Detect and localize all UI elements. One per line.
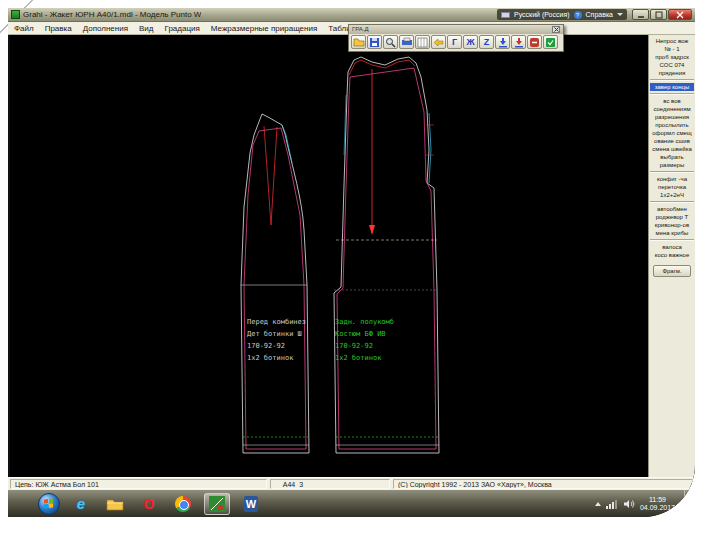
panel-line[interactable]: Непрос вож [650,37,694,45]
chevron-down-icon[interactable] [617,13,623,16]
language-bar[interactable]: Русский (Россия) ? Справка [497,9,627,20]
letter-g-icon: Г [452,38,457,47]
floating-toolbar-icons: Г Ж Z [349,34,563,51]
floating-toolbar[interactable]: ГРА.Д Г Ж Z [348,24,564,52]
clock-date: 04.09.2017 [640,504,675,512]
floating-toolbar-caption: ГРА.Д [352,25,369,34]
gracia-app-icon [209,496,225,512]
panel-line[interactable]: конфиг -ча [650,175,694,183]
taskbar-opera[interactable]: O [136,493,162,515]
maximize-button[interactable] [650,9,667,20]
app-icon [11,10,20,19]
speaker-icon[interactable] [623,499,635,509]
panel-line[interactable]: разрешения [650,113,694,121]
table-button[interactable] [415,35,430,49]
taskbar-internet-explorer[interactable]: e [68,493,94,515]
show-desktop-button[interactable] [684,490,691,517]
plotter-icon [401,37,413,47]
clock-time: 11:59 [640,496,675,504]
panel-line[interactable]: роджевор Т [650,213,694,221]
back-button[interactable] [431,35,446,49]
panel-line-selected[interactable]: завер концы [650,83,694,91]
minimize-icon [637,11,645,19]
apply-button[interactable] [543,35,558,49]
menu-intersize-increments[interactable]: Межразмерные приращения [211,24,318,33]
panel-line[interactable]: СОС 074 [650,61,694,69]
panel-line[interactable]: мена крибы [650,229,694,237]
windows-logo-icon [44,498,54,509]
delete-button[interactable] [527,35,542,49]
fragment-button[interactable]: Фрагм. [653,265,691,277]
panel-line[interactable]: оформл смещ [650,129,694,137]
menu-grading[interactable]: Градация [165,24,200,33]
panel-line[interactable]: 1х2+2нЧ [650,191,694,199]
maximize-icon [655,11,663,19]
taskbar-clock[interactable]: 11:59 04.09.2017 [640,496,675,512]
floating-toolbar-titlebar[interactable]: ГРА.Д [349,25,563,34]
panel-line[interactable]: кривонор-ов [650,221,694,229]
system-tray: 11:59 04.09.2017 [595,490,695,517]
left-label-line1: Перед комбинез [247,316,306,328]
grading-z-button[interactable]: Z [479,35,494,49]
import-red-button[interactable] [511,35,526,49]
panel-line[interactable]: смена швейка [650,145,694,153]
panel-separator [650,93,694,95]
start-button[interactable] [38,493,60,515]
windows-taskbar: e O W 11:59 04.09.2017 [8,490,695,517]
panel-line[interactable]: соединениям [650,105,694,113]
panel-line[interactable]: вс вов [650,97,694,105]
panel-line[interactable]: ование сшив [650,137,694,145]
close-button[interactable] [668,9,692,20]
panel-line[interactable]: проб задрск [650,53,694,61]
taskbar-word[interactable]: W [238,493,264,515]
panel-line[interactable]: переточка [650,183,694,191]
table-icon [417,37,428,48]
panel-line[interactable]: выбрать [650,153,694,161]
hidden-icons-chevron-icon[interactable] [595,502,601,506]
opera-icon: O [144,496,155,512]
close-icon [554,27,559,32]
taskbar-explorer[interactable] [102,493,128,515]
right-side-panel: Непрос вож № - 1 проб задрск СОС 074 пря… [648,35,695,477]
save-button[interactable] [367,35,382,49]
menu-file[interactable]: Файл [14,24,34,33]
panel-separator [650,201,694,203]
window-controls [632,9,692,20]
work-area: Перед комбинез Дет ботинки Ш 170-92-92 1… [8,35,695,477]
right-label-line1: Задн. полукомб [335,316,394,328]
taskbar-chrome[interactable] [170,493,196,515]
grading-zh-button[interactable]: Ж [463,35,478,49]
status-left: Цепь: ЮЖ Астма Бол 101 [10,479,267,489]
right-pattern-piece [334,57,439,453]
panel-line[interactable]: автообмен [650,205,694,213]
zoom-button[interactable] [383,35,398,49]
menu-additions[interactable]: Дополнения [83,24,128,33]
title-bar[interactable]: Grahi - Жакет ЮРН А40/1.mdl - Модель Pun… [8,8,695,22]
right-piece-label: Задн. полукомб Костюм БФ ИВ 170-92-92 1х… [335,316,394,364]
pattern-canvas[interactable]: Перед комбинез Дет ботинки Ш 170-92-92 1… [8,35,648,477]
help-icon: ? [574,11,582,19]
grading-g-button[interactable]: Г [447,35,462,49]
menu-view[interactable]: Вид [139,24,153,33]
panel-separator [650,171,694,173]
plot-button[interactable] [399,35,414,49]
network-icon[interactable] [606,499,618,509]
open-folder-button[interactable] [351,35,366,49]
status-center: __A44_3 [270,479,390,489]
left-label-line4: 1х2 ботинок [247,352,306,364]
panel-line[interactable]: косо важное [650,251,694,259]
menu-edit[interactable]: Правка [45,24,72,33]
panel-line[interactable]: прядения [650,69,694,77]
panel-line[interactable]: размеры [650,161,694,169]
panel-line[interactable]: валоса [650,243,694,251]
floating-toolbar-close-button[interactable] [552,26,560,33]
taskbar-gracia-app[interactable] [204,493,230,515]
panel-separator [650,239,694,241]
panel-line[interactable]: прослылить [650,121,694,129]
help-label[interactable]: Справка [586,11,613,18]
minimize-button[interactable] [632,9,649,20]
status-copyright: (C) Copyright 1992 - 2013 ЗАО «Харут», М… [393,479,693,489]
letter-zh-icon: Ж [466,38,474,47]
import-blue-button[interactable] [495,35,510,49]
panel-line[interactable]: № - 1 [650,45,694,53]
